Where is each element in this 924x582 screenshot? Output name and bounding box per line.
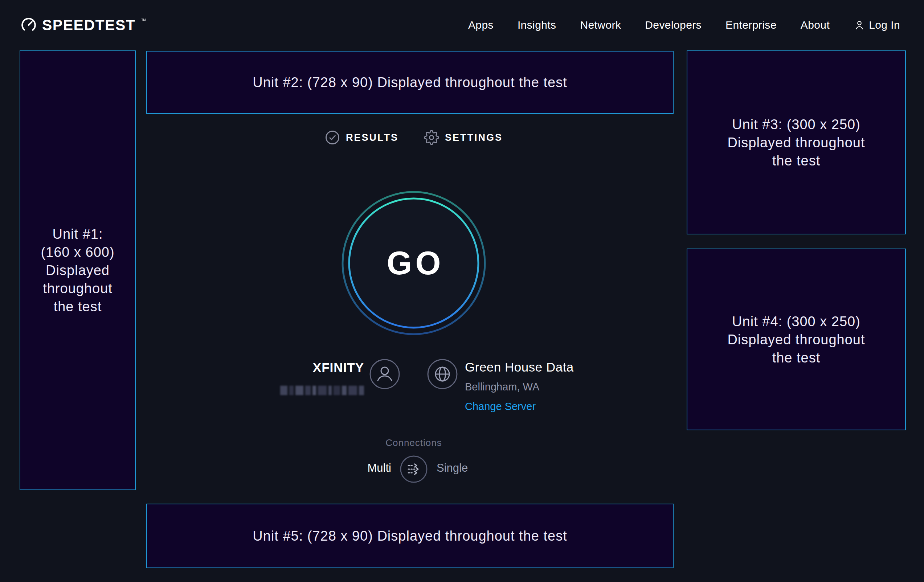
nav-item-insights[interactable]: Insights [518,19,556,31]
nav-item-network[interactable]: Network [580,19,621,31]
ad-line: the test [727,349,865,367]
speedtest-page: SPEEDTEST ™ Apps Insights Network Develo… [0,0,924,582]
trademark-mark: ™ [141,17,146,24]
nav-item-about[interactable]: About [800,19,830,31]
ad-unit-2-728x90: Unit #2: (728 x 90) Displayed throughout… [146,51,673,114]
connections-label: Connections [0,437,827,448]
tab-results[interactable]: RESULTS [325,130,398,145]
ad-line: Displayed throughout [727,331,865,349]
ad-unit-4-text: Unit #4: (300 x 250) Displayed throughou… [727,312,865,367]
connections-single-option[interactable]: Single [437,462,468,475]
nav-item-apps[interactable]: Apps [468,19,493,31]
ad-line: the test [727,152,865,170]
results-settings-tabs: RESULTS SETTINGS [0,130,827,145]
server-info: Green House Data Bellingham, WA Change S… [465,360,574,412]
ad-line: Unit #4: (300 x 250) [727,312,865,331]
nav-item-enterprise[interactable]: Enterprise [726,19,777,31]
person-icon [854,19,865,31]
isp-ip-redacted [280,386,364,395]
ad-unit-1-160x600: Unit #1: (160 x 600) Displayed throughou… [20,50,136,490]
login-button[interactable]: Log In [854,19,900,31]
top-nav-bar: SPEEDTEST ™ Apps Insights Network Develo… [0,0,924,50]
server-name: Green House Data [465,360,574,374]
go-button[interactable]: GO [338,187,490,339]
server-globe-icon [427,358,458,390]
gear-icon [424,130,439,145]
login-label: Log In [869,19,900,31]
speedtest-logo[interactable]: SPEEDTEST ™ [20,17,146,33]
ad-line: throughout [41,279,114,298]
ad-line: the test [41,298,114,316]
ad-unit-5-text: Unit #5: (728 x 90) Displayed throughout… [252,527,567,545]
ad-line: Displayed [41,261,114,279]
ad-unit-5-728x90: Unit #5: (728 x 90) Displayed throughout… [146,504,673,568]
tab-settings-label: SETTINGS [445,132,503,143]
ad-line: Unit #1: [41,225,114,243]
ad-unit-2-text: Unit #2: (728 x 90) Displayed throughout… [252,73,567,91]
tab-results-label: RESULTS [346,132,398,143]
ad-line: (160 x 600) [41,243,114,261]
tab-settings[interactable]: SETTINGS [424,130,503,145]
speedtest-gauge-icon [20,17,37,33]
ad-unit-1-text: Unit #1: (160 x 600) Displayed throughou… [41,225,114,316]
server-location: Bellingham, WA [465,381,574,393]
connections-multi-option[interactable]: Multi [368,462,391,475]
connections-toggle-icon[interactable] [399,455,428,483]
ad-unit-4-300x250: Unit #4: (300 x 250) Displayed throughou… [686,249,906,430]
nav-item-developers[interactable]: Developers [645,19,701,31]
logo-text: SPEEDTEST [42,17,135,33]
go-label: GO [338,187,490,339]
main-nav: Apps Insights Network Developers Enterpr… [468,19,900,31]
change-server-link[interactable]: Change Server [465,401,574,412]
isp-person-icon [369,358,400,390]
check-circle-icon [325,130,340,145]
isp-name: XFINITY [313,360,364,375]
